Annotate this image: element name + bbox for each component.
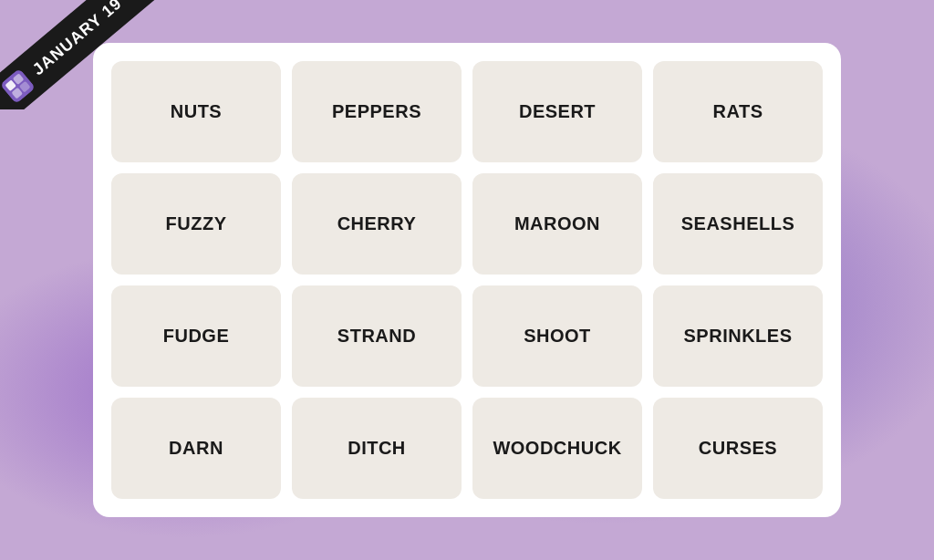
cell-desert[interactable]: DESERT — [472, 61, 642, 162]
word-grid: NUTSPEPPERSDESERTRATSFUZZYCHERRYMAROONSE… — [111, 61, 823, 499]
cell-peppers[interactable]: PEPPERS — [292, 61, 462, 162]
date-banner-wrapper: JANUARY 19 — [0, 0, 201, 109]
cell-label-fudge: FUDGE — [163, 326, 230, 347]
cell-label-desert: DESERT — [519, 101, 596, 122]
cell-label-cherry: CHERRY — [337, 213, 417, 234]
cell-label-seashells: SEASHELLS — [681, 213, 795, 234]
grid-app-icon — [0, 67, 36, 103]
banner-date-text: JANUARY 19 — [28, 0, 125, 79]
cell-woodchuck[interactable]: WOODCHUCK — [472, 398, 642, 499]
game-card: NUTSPEPPERSDESERTRATSFUZZYCHERRYMAROONSE… — [93, 43, 841, 517]
cell-fuzzy[interactable]: FUZZY — [111, 173, 281, 275]
cell-label-darn: DARN — [169, 438, 223, 459]
cell-strand[interactable]: STRAND — [292, 285, 462, 387]
cell-fudge[interactable]: FUDGE — [111, 285, 281, 387]
cell-seashells[interactable]: SEASHELLS — [653, 173, 823, 275]
svg-rect-0 — [0, 67, 36, 103]
cell-label-sprinkles: SPRINKLES — [684, 326, 793, 347]
cell-label-woodchuck: WOODCHUCK — [493, 438, 621, 459]
cell-maroon[interactable]: MAROON — [472, 173, 642, 275]
cell-label-peppers: PEPPERS — [332, 101, 421, 122]
cell-label-fuzzy: FUZZY — [166, 213, 227, 234]
cell-label-maroon: MAROON — [514, 213, 600, 234]
cell-label-shoot: SHOOT — [524, 326, 591, 347]
cell-rats[interactable]: RATS — [653, 61, 823, 162]
cell-curses[interactable]: CURSES — [653, 398, 823, 499]
cell-label-curses: CURSES — [699, 438, 777, 459]
cell-label-strand: STRAND — [337, 326, 416, 347]
cell-sprinkles[interactable]: SPRINKLES — [653, 285, 823, 387]
cell-cherry[interactable]: CHERRY — [292, 173, 462, 275]
cell-ditch[interactable]: DITCH — [292, 398, 462, 499]
date-banner: JANUARY 19 — [0, 0, 159, 109]
cell-label-ditch: DITCH — [348, 438, 406, 459]
cell-label-rats: RATS — [713, 101, 763, 122]
cell-darn[interactable]: DARN — [111, 398, 281, 499]
cell-shoot[interactable]: SHOOT — [472, 285, 642, 387]
